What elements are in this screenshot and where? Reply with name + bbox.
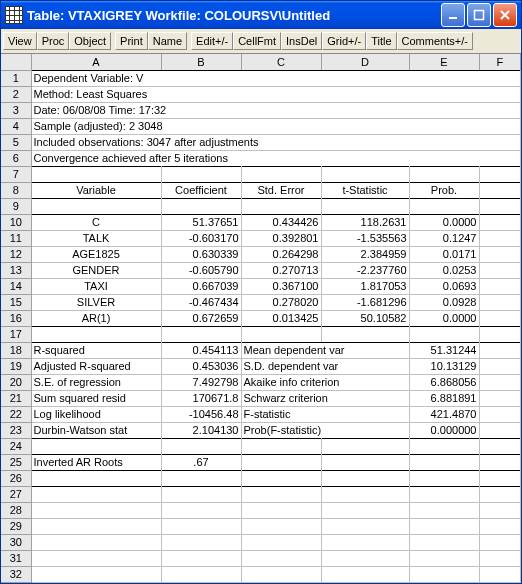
cell-E15[interactable]: 0.0928 <box>409 294 479 310</box>
stat-name-r[interactable]: Mean dependent var <box>241 342 409 358</box>
cell-B12[interactable]: 0.630339 <box>161 246 241 262</box>
row-header[interactable]: 32 <box>1 566 31 582</box>
stat-value[interactable]: 170671.8 <box>161 390 241 406</box>
row-header[interactable]: 1 <box>1 70 31 86</box>
cell-A31[interactable] <box>31 550 161 566</box>
row-header[interactable]: 14 <box>1 278 31 294</box>
row-header[interactable]: 26 <box>1 470 31 486</box>
stat-value[interactable]: -10456.48 <box>161 406 241 422</box>
cell-D31[interactable] <box>321 550 409 566</box>
col-header-D[interactable]: D <box>321 54 409 70</box>
cell-F9[interactable] <box>479 198 521 214</box>
cell-A14[interactable]: TAXI <box>31 278 161 294</box>
meta-line[interactable]: Date: 06/08/08 Time: 17:32 <box>31 102 521 118</box>
tool-comments-[interactable]: Comments+/- <box>397 32 473 50</box>
cell[interactable] <box>479 406 521 422</box>
cell-B7[interactable] <box>161 166 241 182</box>
cell-F12[interactable] <box>479 246 521 262</box>
cell-B27[interactable] <box>161 486 241 502</box>
cell-D9[interactable] <box>321 198 409 214</box>
col-header-F[interactable]: F <box>479 54 521 70</box>
cell-E26[interactable] <box>409 470 479 486</box>
row-header[interactable]: 5 <box>1 134 31 150</box>
cell-F11[interactable] <box>479 230 521 246</box>
cell-D32[interactable] <box>321 566 409 582</box>
tool-edit-[interactable]: Edit+/- <box>191 32 233 50</box>
cell-F7[interactable] <box>479 166 521 182</box>
row-header[interactable]: 19 <box>1 358 31 374</box>
row-header[interactable]: 17 <box>1 326 31 342</box>
tool-name[interactable]: Name <box>148 32 187 50</box>
row-header[interactable]: 9 <box>1 198 31 214</box>
tool-cellfmt[interactable]: CellFmt <box>233 32 281 50</box>
stat-name-r[interactable]: F-statistic <box>241 406 409 422</box>
tool-title[interactable]: Title <box>366 32 396 50</box>
stat-value-r[interactable]: 6.881891 <box>409 390 479 406</box>
cell-E27[interactable] <box>409 486 479 502</box>
row-header[interactable]: 2 <box>1 86 31 102</box>
cell-B28[interactable] <box>161 502 241 518</box>
cell-B9[interactable] <box>161 198 241 214</box>
tool-insdel[interactable]: InsDel <box>281 32 322 50</box>
row-header[interactable]: 18 <box>1 342 31 358</box>
cell-B11[interactable]: -0.603170 <box>161 230 241 246</box>
close-button[interactable] <box>493 3 517 27</box>
cell-A29[interactable] <box>31 518 161 534</box>
stat-value-r[interactable]: 51.31244 <box>409 342 479 358</box>
cell-B29[interactable] <box>161 518 241 534</box>
cell-B14[interactable]: 0.667039 <box>161 278 241 294</box>
cell-B10[interactable]: 51.37651 <box>161 214 241 230</box>
row-header[interactable]: 15 <box>1 294 31 310</box>
stat-value-r[interactable]: 421.4870 <box>409 406 479 422</box>
cell-A10[interactable]: C <box>31 214 161 230</box>
cell-D25[interactable] <box>321 454 409 470</box>
row-header[interactable]: 20 <box>1 374 31 390</box>
stat-value-r[interactable]: 10.13129 <box>409 358 479 374</box>
cell-B15[interactable]: -0.467434 <box>161 294 241 310</box>
cell-A9[interactable] <box>31 198 161 214</box>
cell-D7[interactable] <box>321 166 409 182</box>
cell-D11[interactable]: -1.535563 <box>321 230 409 246</box>
stat-value-r[interactable]: 6.868056 <box>409 374 479 390</box>
tool-view[interactable]: View <box>3 32 37 50</box>
cell[interactable] <box>479 390 521 406</box>
cell-B8[interactable]: Coefficient <box>161 182 241 198</box>
cell-D8[interactable]: t-Statistic <box>321 182 409 198</box>
cell-A15[interactable]: SILVER <box>31 294 161 310</box>
cell[interactable] <box>479 422 521 438</box>
row-header[interactable]: 12 <box>1 246 31 262</box>
stat-name[interactable]: Adjusted R-squared <box>31 358 161 374</box>
cell-C28[interactable] <box>241 502 321 518</box>
cell-C25[interactable] <box>241 454 321 470</box>
cell-A26[interactable] <box>31 470 161 486</box>
row-header[interactable]: 3 <box>1 102 31 118</box>
stat-name[interactable]: Durbin-Watson stat <box>31 422 161 438</box>
meta-line[interactable]: Sample (adjusted): 2 3048 <box>31 118 521 134</box>
cell-D27[interactable] <box>321 486 409 502</box>
cell-C16[interactable]: 0.013425 <box>241 310 321 326</box>
cell-E30[interactable] <box>409 534 479 550</box>
row-header[interactable]: 13 <box>1 262 31 278</box>
row-header[interactable]: 27 <box>1 486 31 502</box>
cell-C13[interactable]: 0.270713 <box>241 262 321 278</box>
cell-F26[interactable] <box>479 470 521 486</box>
row-header[interactable]: 28 <box>1 502 31 518</box>
stat-value-r[interactable]: 0.000000 <box>409 422 479 438</box>
row-header[interactable]: 16 <box>1 310 31 326</box>
cell-B13[interactable]: -0.605790 <box>161 262 241 278</box>
cell-F31[interactable] <box>479 550 521 566</box>
cell-E13[interactable]: 0.0253 <box>409 262 479 278</box>
maximize-button[interactable] <box>467 3 491 27</box>
cell[interactable] <box>479 358 521 374</box>
cell-E17[interactable] <box>409 326 479 342</box>
cell-A24[interactable] <box>31 438 161 454</box>
row-header[interactable]: 22 <box>1 406 31 422</box>
cell-F25[interactable] <box>479 454 521 470</box>
cell-B17[interactable] <box>161 326 241 342</box>
cell-F14[interactable] <box>479 278 521 294</box>
stat-name[interactable]: S.E. of regression <box>31 374 161 390</box>
cell-C14[interactable]: 0.367100 <box>241 278 321 294</box>
cell-A13[interactable]: GENDER <box>31 262 161 278</box>
cell-D16[interactable]: 50.10582 <box>321 310 409 326</box>
cell-D13[interactable]: -2.237760 <box>321 262 409 278</box>
